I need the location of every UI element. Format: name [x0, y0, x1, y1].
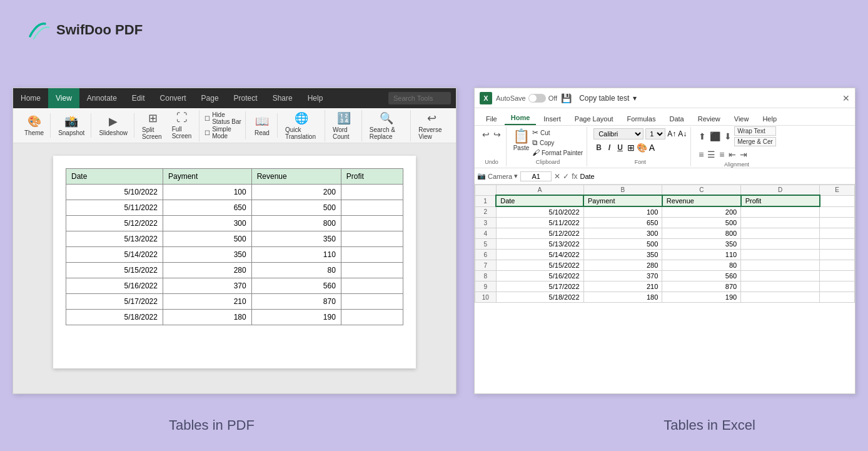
pdf-menu-home[interactable]: Home: [13, 88, 48, 108]
undo-button[interactable]: ↩: [481, 128, 491, 141]
excel-tab-view[interactable]: View: [728, 113, 755, 125]
cell-reference-box[interactable]: [520, 171, 552, 181]
excel-empty-cell[interactable]: [820, 228, 855, 239]
wrap-text-button[interactable]: Wrap Text: [734, 126, 776, 136]
excel-data-cell[interactable]: 210: [583, 281, 662, 292]
font-family-select[interactable]: Calibri: [593, 128, 643, 139]
snapshot-button[interactable]: 📸 Snapshot: [56, 113, 87, 138]
merge-center-button[interactable]: Merge & Cer: [734, 137, 776, 146]
excel-data-cell[interactable]: [741, 206, 820, 218]
split-screen-button[interactable]: ⊞ Split Screen: [139, 110, 167, 141]
excel-data-cell[interactable]: 5/11/2022: [496, 218, 583, 228]
excel-empty-cell[interactable]: [820, 281, 855, 292]
underline-button[interactable]: U: [615, 142, 625, 153]
excel-data-cell[interactable]: [741, 239, 820, 250]
excel-empty-cell[interactable]: [820, 260, 855, 271]
excel-data-cell[interactable]: 800: [662, 228, 741, 239]
excel-data-cell[interactable]: 5/13/2022: [496, 239, 583, 250]
excel-data-cell[interactable]: 5/10/2022: [496, 206, 583, 218]
align-top-button[interactable]: ⬆: [697, 131, 707, 142]
excel-tab-insert[interactable]: Insert: [537, 113, 567, 125]
borders-button[interactable]: ⊞: [627, 143, 635, 153]
excel-data-cell[interactable]: 5/12/2022: [496, 228, 583, 239]
search-replace-button[interactable]: 🔍 Search & Replace: [367, 110, 406, 141]
formula-fx-label[interactable]: fx: [572, 172, 577, 181]
quick-translation-button[interactable]: 🌐 Quick Translation: [283, 110, 321, 141]
autosave-toggle-pill[interactable]: [528, 94, 546, 103]
excel-empty-cell[interactable]: [820, 250, 855, 260]
excel-empty-cell[interactable]: [820, 206, 855, 218]
reverse-view-button[interactable]: ↩ Reverse View: [416, 110, 447, 141]
format-painter-button[interactable]: 🖌 Format Painter: [532, 148, 583, 157]
pdf-menu-share[interactable]: Share: [265, 88, 300, 108]
slideshow-button[interactable]: ▶ Slideshow: [96, 113, 130, 138]
excel-data-cell[interactable]: 500: [662, 218, 741, 228]
hide-status-bar-button[interactable]: ☐ Hide Status Bar: [204, 111, 241, 125]
excel-data-cell[interactable]: 5/16/2022: [496, 271, 583, 281]
excel-data-cell[interactable]: 350: [662, 239, 741, 250]
indent-inc-button[interactable]: ⇥: [739, 149, 749, 160]
excel-data-cell[interactable]: 5/15/2022: [496, 260, 583, 271]
excel-data-cell[interactable]: 650: [583, 218, 662, 228]
excel-data-cell[interactable]: 870: [662, 281, 741, 292]
copy-button[interactable]: ⧉ Copy: [532, 138, 583, 147]
save-icon[interactable]: 💾: [561, 93, 572, 103]
excel-title-dropdown[interactable]: ▾: [633, 94, 637, 103]
formula-input[interactable]: [580, 173, 852, 180]
excel-data-cell[interactable]: [741, 250, 820, 260]
excel-empty-cell[interactable]: [820, 271, 855, 281]
excel-tab-formulas[interactable]: Formulas: [621, 113, 662, 125]
excel-empty-cell[interactable]: [820, 292, 855, 303]
excel-data-cell[interactable]: 370: [583, 271, 662, 281]
pdf-menu-edit[interactable]: Edit: [124, 88, 153, 108]
align-left-button[interactable]: ≡: [697, 149, 705, 160]
pdf-menu-convert[interactable]: Convert: [153, 88, 194, 108]
pdf-menu-help[interactable]: Help: [300, 88, 331, 108]
excel-data-cell[interactable]: 500: [583, 239, 662, 250]
excel-data-cell[interactable]: [741, 260, 820, 271]
excel-data-cell[interactable]: 300: [583, 228, 662, 239]
decrease-font-button[interactable]: A↓: [678, 129, 687, 138]
excel-data-cell[interactable]: 100: [583, 206, 662, 218]
excel-data-cell[interactable]: [741, 218, 820, 228]
excel-tab-data[interactable]: Data: [663, 113, 690, 125]
paste-button[interactable]: 📋 Paste: [513, 128, 530, 151]
excel-header-cell[interactable]: Profit: [741, 195, 820, 206]
align-middle-button[interactable]: ⬛: [709, 131, 722, 142]
excel-data-cell[interactable]: [741, 281, 820, 292]
excel-data-cell[interactable]: [741, 271, 820, 281]
read-button[interactable]: 📖 Read: [251, 113, 273, 138]
excel-tab-file[interactable]: File: [480, 113, 503, 125]
excel-data-cell[interactable]: [741, 228, 820, 239]
excel-tab-help[interactable]: Help: [756, 113, 783, 125]
pdf-menu-page[interactable]: Page: [194, 88, 226, 108]
excel-data-cell[interactable]: 110: [662, 250, 741, 260]
excel-data-cell[interactable]: 5/17/2022: [496, 281, 583, 292]
cut-button[interactable]: ✂ Cut: [532, 128, 583, 137]
formula-cancel-icon[interactable]: ✕: [554, 172, 560, 181]
excel-data-cell[interactable]: 200: [662, 206, 741, 218]
excel-data-cell[interactable]: 560: [662, 271, 741, 281]
excel-data-cell[interactable]: 280: [583, 260, 662, 271]
theme-button[interactable]: 🎨 Theme: [22, 113, 46, 138]
excel-empty-cell[interactable]: [820, 218, 855, 228]
pdf-search-input[interactable]: [388, 92, 451, 104]
excel-data-cell[interactable]: 5/14/2022: [496, 250, 583, 260]
formula-confirm-icon[interactable]: ✓: [563, 172, 569, 181]
pdf-menu-annotate[interactable]: Annotate: [79, 88, 124, 108]
font-color-button[interactable]: A: [649, 143, 655, 153]
excel-data-cell[interactable]: 80: [662, 260, 741, 271]
align-right-button[interactable]: ≡: [718, 149, 725, 160]
excel-close-icon[interactable]: ✕: [842, 93, 850, 103]
camera-dropdown[interactable]: ▾: [514, 172, 518, 180]
excel-data-cell[interactable]: 5/18/2022: [496, 292, 583, 303]
excel-data-cell[interactable]: [741, 292, 820, 303]
align-bottom-button[interactable]: ⬇: [723, 131, 733, 142]
redo-button[interactable]: ↪: [492, 128, 502, 141]
pdf-menu-view[interactable]: View: [48, 88, 79, 108]
bold-button[interactable]: B: [593, 142, 604, 153]
align-center-button[interactable]: ☰: [706, 149, 717, 160]
indent-dec-button[interactable]: ⇤: [727, 149, 737, 160]
excel-data-cell[interactable]: 190: [662, 292, 741, 303]
excel-tab-review[interactable]: Review: [692, 113, 727, 125]
